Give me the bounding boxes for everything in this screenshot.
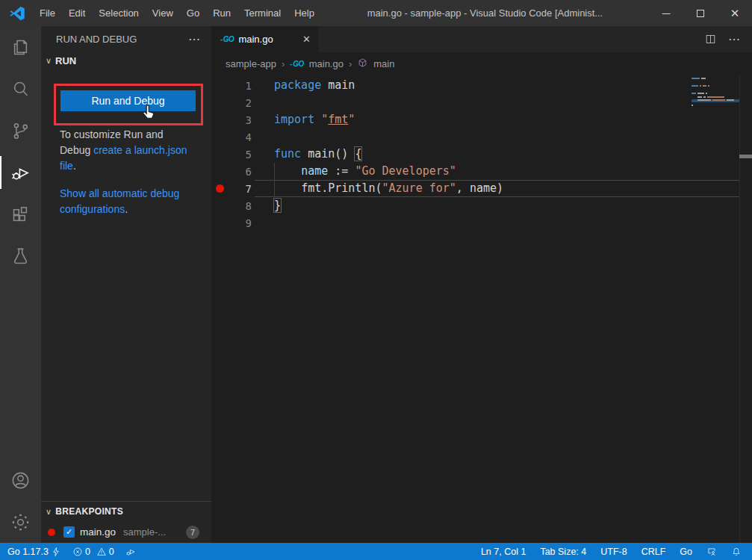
sidebar-item-run-and-debug[interactable]: [0, 152, 41, 193]
run-and-debug-button[interactable]: Run and Debug: [60, 90, 196, 111]
menu-help[interactable]: Help: [288, 7, 321, 19]
breadcrumb-folder[interactable]: sample-app: [226, 58, 276, 69]
maximize-icon: [697, 10, 704, 17]
warning-icon: [96, 547, 107, 557]
close-button[interactable]: ✕: [718, 0, 752, 26]
menu-run[interactable]: Run: [206, 7, 237, 19]
notifications-status[interactable]: [731, 547, 742, 557]
line-content[interactable]: func main() {: [255, 146, 739, 163]
minimap-token: [697, 96, 702, 98]
code-line-9[interactable]: 9: [211, 214, 752, 231]
menu-selection[interactable]: Selection: [92, 7, 145, 19]
token: func: [274, 147, 308, 161]
line-content[interactable]: }: [255, 197, 739, 214]
encoding-status[interactable]: UTF-8: [600, 547, 627, 557]
menu-view[interactable]: View: [146, 7, 180, 19]
code-line-7[interactable]: 7 fmt.Println("Azure for", name): [211, 180, 752, 197]
minimap-token: [692, 93, 696, 94]
line-content[interactable]: [255, 214, 739, 231]
problems-status[interactable]: 0 0: [72, 547, 114, 557]
token: name: [301, 164, 328, 178]
token: import: [274, 113, 321, 126]
editor-scrollbar[interactable]: [739, 75, 752, 543]
language-mode-status[interactable]: Go: [680, 547, 692, 557]
code-editor[interactable]: 1package main23import "fmt"45func main()…: [211, 75, 752, 543]
line-content[interactable]: fmt.Println("Azure for", name): [255, 180, 739, 197]
go-file-icon: GO: [290, 60, 303, 68]
error-count: 0: [85, 547, 90, 557]
cursor-position-status[interactable]: Ln 7, Col 1: [481, 547, 526, 557]
breadcrumb-symbol[interactable]: main: [373, 58, 394, 69]
code-line-8[interactable]: 8}: [211, 197, 752, 214]
line-content[interactable]: import "fmt": [255, 111, 739, 128]
sidebar-item-testing[interactable]: [0, 235, 41, 277]
minimap-token: [692, 85, 698, 87]
breakpoint-dot-icon: [216, 184, 224, 193]
breakpoint-checkbox[interactable]: ✓: [63, 526, 75, 538]
breadcrumb: sample-app › GO main.go › main: [211, 52, 752, 75]
line-content[interactable]: [255, 128, 739, 146]
scrollbar-handle[interactable]: [739, 155, 752, 158]
sidebar-item-settings[interactable]: [0, 501, 41, 543]
menu-terminal[interactable]: Terminal: [237, 7, 288, 19]
minimap-token: [727, 99, 735, 101]
minimap[interactable]: [692, 78, 739, 112]
run-debug-sidebar: RUN AND DEBUG ⋯ ∨ RUN Run and Debug To c…: [41, 26, 211, 543]
token: ": [321, 113, 328, 126]
sidebar-item-account[interactable]: [0, 459, 41, 501]
code-line-4[interactable]: 4: [211, 128, 752, 146]
close-icon: ✕: [730, 7, 740, 20]
more-actions-icon[interactable]: ⋯: [728, 32, 740, 46]
line-content[interactable]: package main: [255, 77, 739, 94]
feedback-status[interactable]: [706, 547, 717, 557]
indentation-status[interactable]: Tab Size: 4: [540, 547, 586, 557]
breakpoint-gutter-active[interactable]: [211, 184, 228, 193]
minimize-button[interactable]: ─: [649, 0, 683, 26]
views-more-actions-icon[interactable]: ⋯: [188, 32, 201, 46]
show-configurations-hint: Show all automatic debug configurations.: [60, 186, 188, 217]
minimap-line: [692, 78, 739, 79]
sidebar-item-extensions[interactable]: [0, 193, 41, 235]
debug-status-icon-button[interactable]: [125, 547, 136, 557]
link[interactable]: Show all automatic debug configurations: [60, 187, 179, 215]
search-icon: [10, 79, 31, 99]
warning-count: 0: [109, 547, 114, 557]
breakpoint-list-item[interactable]: ✓ main.go sample-... 7: [41, 521, 211, 543]
go-version-status[interactable]: Go 1.17.3: [7, 547, 61, 557]
line-number: 7: [228, 183, 252, 195]
split-editor-icon[interactable]: [705, 34, 716, 45]
code-line-5[interactable]: 5func main() {: [211, 146, 752, 163]
sidebar-item-source-control[interactable]: [0, 110, 41, 152]
sidebar-item-explorer[interactable]: [0, 26, 41, 68]
run-section-label: RUN: [55, 55, 76, 66]
token: fmt: [328, 113, 348, 126]
run-section-header[interactable]: ∨ RUN: [41, 52, 211, 66]
line-content[interactable]: [255, 94, 739, 111]
title-bar: FileEditSelectionViewGoRunTerminalHelp m…: [0, 0, 752, 26]
eol-status[interactable]: CRLF: [641, 547, 666, 557]
menu-bar: FileEditSelectionViewGoRunTerminalHelp: [33, 7, 321, 19]
token: }: [274, 199, 281, 212]
tab-main-go[interactable]: GO main.go ✕: [211, 26, 318, 52]
maximize-button[interactable]: [683, 0, 718, 26]
code-line-1[interactable]: 1package main: [211, 77, 752, 94]
code-line-3[interactable]: 3import "fmt": [211, 111, 752, 128]
breakpoints-header[interactable]: ∨ BREAKPOINTS: [41, 502, 211, 521]
line-content[interactable]: name := "Go Developers": [255, 163, 739, 180]
menu-edit[interactable]: Edit: [62, 7, 92, 19]
tab-bar: GO main.go ✕ ⋯: [211, 26, 752, 52]
error-icon: [72, 547, 83, 557]
menu-go[interactable]: Go: [180, 7, 206, 19]
code-line-6[interactable]: 6 name := "Go Developers": [211, 163, 752, 180]
minimap-line: [692, 105, 739, 106]
tab-close-icon[interactable]: ✕: [302, 34, 311, 45]
breadcrumb-file[interactable]: main.go: [309, 58, 344, 69]
breadcrumb-separator-icon: ›: [282, 58, 285, 69]
menu-file[interactable]: File: [33, 7, 62, 19]
sidebar-item-search[interactable]: [0, 68, 41, 110]
token: package: [274, 78, 328, 92]
extensions-icon: [10, 205, 31, 225]
minimap-token: [707, 96, 724, 98]
code-line-2[interactable]: 2: [211, 94, 752, 111]
tab-label: main.go: [238, 34, 273, 45]
